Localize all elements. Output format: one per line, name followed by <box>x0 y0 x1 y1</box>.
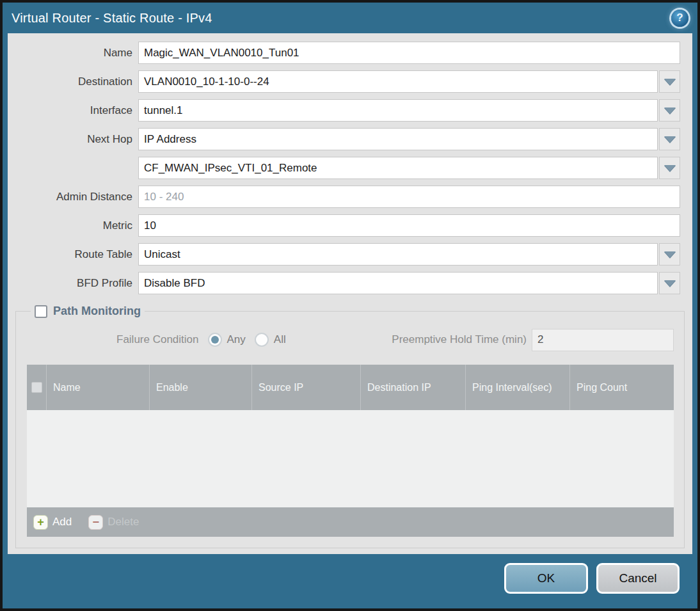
delete-button-label: Delete <box>107 516 139 528</box>
column-header-enable[interactable]: Enable <box>149 365 251 410</box>
minus-icon: − <box>88 515 103 530</box>
plus-icon: + <box>33 515 48 530</box>
ok-button[interactable]: OK <box>504 563 588 594</box>
next-hop-type-dropdown-button[interactable] <box>659 128 680 150</box>
destination-combobox[interactable]: VLAN0010_10-1-10-0--24 <box>138 70 658 93</box>
titlebar: Virtual Router - Static Route - IPv4 ? <box>3 3 697 33</box>
chevron-down-icon <box>664 107 676 114</box>
path-monitoring-checkbox[interactable] <box>35 305 47 318</box>
path-monitoring-title: Path Monitoring <box>53 305 141 318</box>
admin-distance-label: Admin Distance <box>8 191 138 203</box>
static-route-dialog: Virtual Router - Static Route - IPv4 ? N… <box>0 0 700 611</box>
route-table-dropdown-button[interactable] <box>659 243 680 266</box>
preemptive-hold-time-label: Preemptive Hold Time (min) <box>392 333 527 346</box>
metric-label: Metric <box>8 219 138 232</box>
metric-row: Metric <box>8 214 692 237</box>
select-all-checkbox[interactable] <box>31 382 42 393</box>
interface-dropdown-button[interactable] <box>659 99 680 122</box>
add-button[interactable]: + Add <box>33 515 72 530</box>
chevron-down-icon <box>664 165 676 171</box>
name-label: Name <box>8 47 138 60</box>
chevron-down-icon <box>664 251 676 258</box>
chevron-down-icon <box>664 79 676 85</box>
route-table-row: Route Table Unicast <box>8 243 692 266</box>
dialog-title: Virtual Router - Static Route - IPv4 <box>12 11 212 26</box>
delete-button[interactable]: − Delete <box>88 515 139 530</box>
interface-label: Interface <box>8 104 138 117</box>
dialog-footer: OK Cancel <box>3 554 697 608</box>
next-hop-row: Next Hop IP Address <box>8 128 692 150</box>
failure-condition-row: Failure Condition Any All Preemptive Hol… <box>27 328 674 351</box>
path-monitoring-legend: Path Monitoring <box>31 305 145 318</box>
interface-combobox[interactable]: tunnel.1 <box>138 99 658 122</box>
failure-condition-label: Failure Condition <box>116 333 199 346</box>
name-input[interactable] <box>138 42 680 64</box>
preemptive-hold-time-input[interactable] <box>532 329 674 351</box>
next-hop-label: Next Hop <box>8 133 138 146</box>
chevron-down-icon <box>664 136 676 143</box>
bfd-profile-combobox[interactable]: Disable BFD <box>138 272 658 294</box>
column-header-name[interactable]: Name <box>46 365 149 410</box>
failure-condition-all-radio[interactable] <box>255 333 269 347</box>
name-row: Name <box>8 42 692 64</box>
column-header-destination-ip[interactable]: Destination IP <box>360 365 465 410</box>
bfd-profile-label: BFD Profile <box>8 277 138 290</box>
column-header-ping-count[interactable]: Ping Count <box>569 365 674 410</box>
destination-row: Destination VLAN0010_10-1-10-0--24 <box>8 70 692 93</box>
help-icon[interactable]: ? <box>671 10 688 27</box>
admin-distance-row: Admin Distance <box>8 186 692 208</box>
failure-condition-any-label: Any <box>227 333 246 346</box>
cancel-button[interactable]: Cancel <box>596 563 680 594</box>
add-button-label: Add <box>52 516 72 528</box>
failure-condition-all-label: All <box>274 333 286 346</box>
path-monitoring-group: Path Monitoring Failure Condition Any Al… <box>15 305 685 548</box>
next-hop-address-dropdown-button[interactable] <box>659 157 680 179</box>
bfd-profile-row: BFD Profile Disable BFD <box>8 272 692 294</box>
table-toolbar: + Add − Delete <box>27 507 674 537</box>
interface-row: Interface tunnel.1 <box>8 99 692 122</box>
bfd-profile-dropdown-button[interactable] <box>659 272 680 294</box>
chevron-down-icon <box>664 280 676 287</box>
path-monitoring-table: Name Enable Source IP Destination IP Pin… <box>27 365 674 537</box>
admin-distance-input[interactable] <box>138 186 680 208</box>
next-hop-value-row: CF_MWAN_IPsec_VTI_01_Remote <box>8 157 692 179</box>
table-header: Name Enable Source IP Destination IP Pin… <box>27 365 674 410</box>
metric-input[interactable] <box>138 214 680 237</box>
failure-condition-any-radio[interactable] <box>208 333 222 347</box>
table-body-empty <box>27 410 674 507</box>
route-table-label: Route Table <box>8 248 138 261</box>
column-header-source-ip[interactable]: Source IP <box>251 365 360 410</box>
dialog-body: Name Destination VLAN0010_10-1-10-0--24 … <box>8 33 692 554</box>
route-table-combobox[interactable]: Unicast <box>138 243 658 266</box>
next-hop-address-combobox[interactable]: CF_MWAN_IPsec_VTI_01_Remote <box>138 157 658 179</box>
destination-dropdown-button[interactable] <box>659 70 680 93</box>
destination-label: Destination <box>8 75 138 88</box>
next-hop-type-combobox[interactable]: IP Address <box>138 128 658 150</box>
select-all-cell <box>27 365 46 410</box>
column-header-ping-interval[interactable]: Ping Interval(sec) <box>465 365 569 410</box>
